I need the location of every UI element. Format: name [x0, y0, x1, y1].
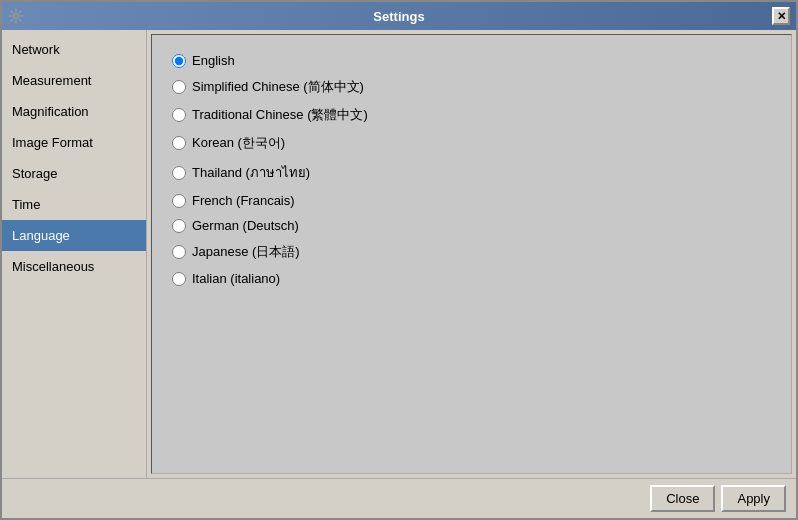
settings-icon — [8, 8, 24, 24]
svg-point-0 — [14, 14, 19, 19]
radio-traditional-chinese[interactable] — [172, 108, 186, 122]
radio-item-thailand[interactable]: Thailand (ภาษาไทย) — [172, 160, 771, 185]
radio-item-korean[interactable]: Korean (한국어) — [172, 132, 771, 154]
radio-thailand[interactable] — [172, 166, 186, 180]
radio-label-english: English — [192, 53, 235, 68]
radio-simplified-chinese[interactable] — [172, 80, 186, 94]
sidebar-item-time[interactable]: Time — [2, 189, 146, 220]
radio-label-italian: Italian (italiano) — [192, 271, 280, 286]
footer: Close Apply — [2, 478, 796, 518]
radio-item-italian[interactable]: Italian (italiano) — [172, 269, 771, 288]
window-title: Settings — [373, 9, 424, 24]
radio-label-korean: Korean (한국어) — [192, 134, 285, 152]
radio-item-simplified-chinese[interactable]: Simplified Chinese (简体中文) — [172, 76, 771, 98]
radio-item-english[interactable]: English — [172, 51, 771, 70]
title-bar: Settings ✕ — [2, 2, 796, 30]
content-area: NetworkMeasurementMagnificationImage For… — [2, 30, 796, 478]
radio-item-german[interactable]: German (Deutsch) — [172, 216, 771, 235]
main-panel: EnglishSimplified Chinese (简体中文)Traditio… — [151, 34, 792, 474]
settings-window: Settings ✕ NetworkMeasurementMagnificati… — [0, 0, 798, 520]
radio-english[interactable] — [172, 54, 186, 68]
radio-japanese[interactable] — [172, 245, 186, 259]
sidebar-item-magnification[interactable]: Magnification — [2, 96, 146, 127]
radio-label-german: German (Deutsch) — [192, 218, 299, 233]
radio-label-japanese: Japanese (日本語) — [192, 243, 300, 261]
radio-item-japanese[interactable]: Japanese (日本語) — [172, 241, 771, 263]
radio-label-simplified-chinese: Simplified Chinese (简体中文) — [192, 78, 364, 96]
radio-label-french: French (Francais) — [192, 193, 295, 208]
sidebar-item-language[interactable]: Language — [2, 220, 146, 251]
sidebar-item-measurement[interactable]: Measurement — [2, 65, 146, 96]
radio-french[interactable] — [172, 194, 186, 208]
window-close-button[interactable]: ✕ — [772, 7, 790, 25]
title-bar-left — [8, 8, 24, 24]
radio-label-traditional-chinese: Traditional Chinese (繁體中文) — [192, 106, 368, 124]
sidebar-item-image-format[interactable]: Image Format — [2, 127, 146, 158]
close-button[interactable]: Close — [650, 485, 715, 512]
sidebar-item-storage[interactable]: Storage — [2, 158, 146, 189]
radio-italian[interactable] — [172, 272, 186, 286]
radio-item-french[interactable]: French (Francais) — [172, 191, 771, 210]
sidebar-item-network[interactable]: Network — [2, 34, 146, 65]
radio-label-thailand: Thailand (ภาษาไทย) — [192, 162, 310, 183]
sidebar: NetworkMeasurementMagnificationImage For… — [2, 30, 147, 478]
sidebar-item-miscellaneous[interactable]: Miscellaneous — [2, 251, 146, 282]
radio-item-traditional-chinese[interactable]: Traditional Chinese (繁體中文) — [172, 104, 771, 126]
radio-german[interactable] — [172, 219, 186, 233]
radio-korean[interactable] — [172, 136, 186, 150]
apply-button[interactable]: Apply — [721, 485, 786, 512]
